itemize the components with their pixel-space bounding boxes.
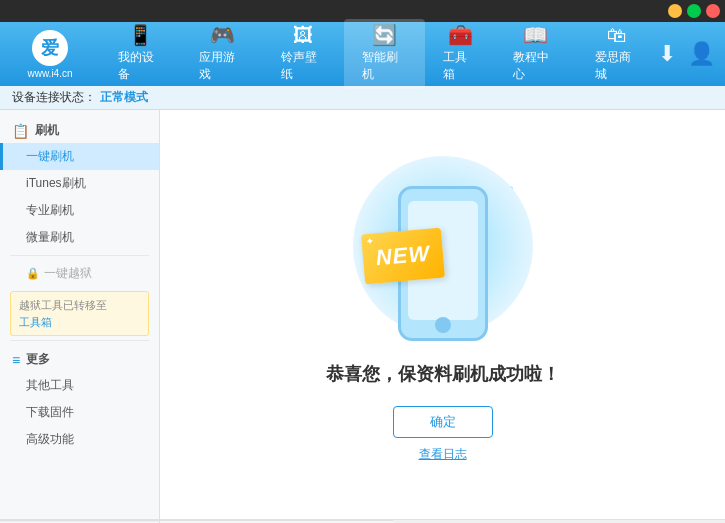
nav-toolbox-icon: 🧰 <box>448 25 473 45</box>
nav-wallpaper-icon: 🖼 <box>293 25 313 45</box>
nav-smart-flash-icon: 🔄 <box>372 25 397 45</box>
confirm-button[interactable]: 确定 <box>393 406 493 438</box>
sidebar-divider-2 <box>10 340 149 341</box>
maximize-btn[interactable] <box>687 4 701 18</box>
notice-text: 越狱工具已转移至 工具箱 <box>19 299 107 328</box>
sidebar-item-patch[interactable]: 微量刷机 <box>0 224 159 251</box>
sidebar-download-fw-label: 下载固件 <box>26 405 74 419</box>
sidebar-section-flash-label: 刷机 <box>35 122 59 139</box>
success-message: 恭喜您，保资料刷机成功啦！ <box>326 362 560 386</box>
conn-status-label: 设备连接状态： <box>12 89 96 106</box>
phone-home-button <box>435 317 451 333</box>
nav-tutorial[interactable]: 📖 教程中心 <box>495 19 576 89</box>
sidebar-section-flash: 📋 刷机 <box>0 116 159 143</box>
sidebar-advanced-label: 高级功能 <box>26 432 74 446</box>
sidebar-item-one-click[interactable]: 一键刷机 <box>0 143 159 170</box>
new-badge-text: NEW <box>374 241 430 272</box>
conn-status-bar: 设备连接状态： 正常模式 <box>0 86 725 110</box>
user-btn[interactable]: 👤 <box>688 41 715 67</box>
sidebar-other-tools-label: 其他工具 <box>26 378 74 392</box>
sidebar-jailbreak-label: 一键越狱 <box>44 265 92 282</box>
nav-toolbox[interactable]: 🧰 工具箱 <box>425 19 495 89</box>
lock-icon: 🔒 <box>26 267 40 280</box>
view-log-link[interactable]: 查看日志 <box>419 446 467 463</box>
nav-tutorial-icon: 📖 <box>523 25 548 45</box>
nav-items: 📱 我的设备 🎮 应用游戏 🖼 铃声壁纸 🔄 智能刷机 🧰 工具箱 📖 教程中心… <box>100 19 658 89</box>
nav-smart-flash[interactable]: 🔄 智能刷机 <box>344 19 425 89</box>
nav-my-device-label: 我的设备 <box>118 49 163 83</box>
close-btn[interactable] <box>706 4 720 18</box>
phone-illustration: ✦ NEW <box>343 166 543 346</box>
sidebar-item-pro-label: 专业刷机 <box>26 203 74 217</box>
nav-my-device[interactable]: 📱 我的设备 <box>100 19 181 89</box>
nav-store-icon: 🛍 <box>607 25 627 45</box>
minimize-btn[interactable] <box>668 4 682 18</box>
sidebar-item-itunes-label: iTunes刷机 <box>26 176 86 190</box>
download-btn[interactable]: ⬇ <box>658 41 676 67</box>
sidebar-item-itunes[interactable]: iTunes刷机 <box>0 170 159 197</box>
nav-smart-flash-label: 智能刷机 <box>362 49 407 83</box>
new-stars: ✦ <box>365 236 374 248</box>
sidebar-section-more: ≡ 更多 <box>0 345 159 372</box>
nav-right: ⬇ 👤 <box>658 41 715 67</box>
new-banner: ✦ NEW <box>360 228 444 285</box>
conn-status-value: 正常模式 <box>100 89 148 106</box>
jailbreak-notice: 越狱工具已转移至 工具箱 <box>10 291 149 336</box>
more-section-icon: ≡ <box>12 352 20 368</box>
nav-store[interactable]: 🛍 爱思商城 <box>577 19 658 89</box>
sidebar-item-other-tools[interactable]: 其他工具 <box>0 372 159 399</box>
logo-area: 爱 www.i4.cn <box>10 30 90 79</box>
top-nav: 爱 www.i4.cn 📱 我的设备 🎮 应用游戏 🖼 铃声壁纸 🔄 智能刷机 … <box>0 22 725 86</box>
nav-tutorial-label: 教程中心 <box>513 49 558 83</box>
sidebar: 📋 刷机 一键刷机 iTunes刷机 专业刷机 微量刷机 🔒 一键越狱 越狱工具… <box>0 110 160 519</box>
nav-apps-icon: 🎮 <box>210 25 235 45</box>
main-area: 📋 刷机 一键刷机 iTunes刷机 专业刷机 微量刷机 🔒 一键越狱 越狱工具… <box>0 110 725 519</box>
bottom-area: 自动断连 跳过向导 📱 iPhone 12 mini 64GB Down-12m… <box>0 519 725 523</box>
nav-apps[interactable]: 🎮 应用游戏 <box>181 19 262 89</box>
nav-wallpaper[interactable]: 🖼 铃声壁纸 <box>263 19 344 89</box>
nav-wallpaper-label: 铃声壁纸 <box>281 49 326 83</box>
flash-section-icon: 📋 <box>12 123 29 139</box>
sidebar-item-download-fw[interactable]: 下载固件 <box>0 399 159 426</box>
nav-my-device-icon: 📱 <box>128 25 153 45</box>
nav-apps-label: 应用游戏 <box>199 49 244 83</box>
sidebar-item-patch-label: 微量刷机 <box>26 230 74 244</box>
sidebar-item-jailbreak-disabled: 🔒 一键越狱 <box>0 260 159 287</box>
logo-icon: 爱 <box>32 30 68 66</box>
sidebar-item-one-click-label: 一键刷机 <box>26 149 74 163</box>
main-content: ✦ NEW 恭喜您，保资料刷机成功啦！ 确定 查看日志 <box>160 110 725 519</box>
logo-text: www.i4.cn <box>27 68 72 79</box>
nav-store-label: 爱思商城 <box>595 49 640 83</box>
sidebar-divider-1 <box>10 255 149 256</box>
sidebar-item-pro[interactable]: 专业刷机 <box>0 197 159 224</box>
nav-toolbox-label: 工具箱 <box>443 49 477 83</box>
sidebar-item-advanced[interactable]: 高级功能 <box>0 426 159 453</box>
sidebar-section-more-label: 更多 <box>26 351 50 368</box>
